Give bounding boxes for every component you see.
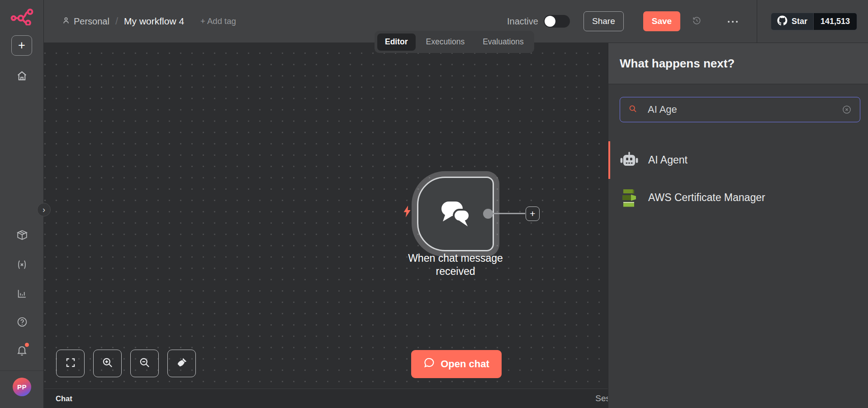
zoom-in-button[interactable]	[93, 350, 122, 377]
node-creator-panel: What happens next?	[608, 43, 868, 408]
plus-icon: +	[530, 208, 535, 219]
robot-icon	[619, 150, 639, 170]
logs-panel[interactable]: Chat Ses	[44, 389, 608, 408]
zoom-out-icon	[139, 357, 151, 370]
n8n-logo-icon[interactable]	[0, 8, 44, 25]
tab-evaluations[interactable]: Evaluations	[475, 34, 531, 51]
breadcrumb-separator: /	[115, 15, 118, 27]
github-icon	[777, 15, 787, 28]
sidebar-item-whats-new[interactable]	[0, 344, 44, 358]
package-icon	[16, 229, 28, 243]
plus-icon: +	[18, 38, 25, 53]
github-star-count[interactable]: 141,513	[813, 13, 857, 30]
search-results-list: AI Agent AWS Certificate Manager	[608, 141, 868, 216]
sidebar-item-help[interactable]	[0, 316, 44, 330]
activation-toggle[interactable]	[544, 15, 570, 28]
person-icon	[62, 16, 70, 27]
left-sidebar: +	[0, 0, 44, 408]
bar-chart-icon	[16, 288, 28, 301]
sidebar-item-templates[interactable]	[0, 229, 44, 243]
chat-bubble-outline-icon	[423, 357, 435, 371]
github-star-widget[interactable]: Star 141,513	[771, 13, 857, 30]
activation-status-label: Inactive	[507, 16, 538, 27]
search-icon	[628, 104, 637, 115]
node-search-box[interactable]	[620, 97, 860, 122]
node-creator-title: What happens next?	[620, 57, 735, 71]
chat-bubbles-icon	[439, 199, 472, 229]
add-tag-button[interactable]: + Add tag	[200, 16, 236, 26]
project-name: Personal	[74, 16, 109, 27]
fit-view-button[interactable]	[56, 350, 85, 377]
result-item-ai-agent[interactable]: AI Agent	[608, 141, 868, 179]
node-label[interactable]: When chat message received	[392, 252, 519, 278]
zoom-in-icon	[102, 357, 114, 370]
star-count-value: 141,513	[821, 17, 850, 26]
node-creator-header: What happens next?	[608, 43, 868, 84]
tab-executions[interactable]: Executions	[418, 34, 473, 51]
topbar-actions: Inactive Share Save	[507, 0, 868, 43]
home-icon	[16, 70, 28, 83]
more-options-button[interactable]	[727, 17, 739, 25]
n8n-workflow-editor: +	[0, 0, 868, 408]
node-chat-trigger[interactable]	[417, 177, 494, 251]
trigger-bolt-icon	[403, 205, 411, 220]
toggle-knob	[545, 16, 555, 27]
user-avatar[interactable]: PP	[13, 378, 31, 396]
zoom-out-button[interactable]	[130, 350, 159, 377]
history-clock-icon	[692, 15, 702, 27]
broom-icon	[176, 357, 188, 370]
variables-icon	[16, 259, 28, 272]
github-star-label: Star	[792, 17, 807, 26]
help-icon	[16, 316, 28, 330]
sidebar-item-home[interactable]	[0, 70, 44, 83]
share-button[interactable]: Share	[583, 11, 624, 31]
view-tabs: Editor Executions Evaluations	[375, 31, 534, 53]
sidebar-expand-button[interactable]: ›	[37, 203, 51, 216]
tab-editor[interactable]: Editor	[377, 34, 416, 51]
chat-panel-title: Chat	[56, 394, 72, 403]
workflow-name[interactable]: My workflow 4	[124, 16, 184, 27]
result-item-aws-certificate-manager[interactable]: AWS Certificate Manager	[608, 179, 868, 216]
canvas-controls	[56, 350, 196, 377]
open-chat-button[interactable]: Open chat	[411, 350, 502, 378]
fit-view-icon	[65, 357, 76, 370]
connection-line	[493, 213, 525, 214]
sidebar-divider	[0, 370, 43, 371]
breadcrumb-project[interactable]: Personal	[62, 16, 109, 27]
tidy-up-button[interactable]	[167, 350, 196, 377]
avatar-initials: PP	[17, 383, 27, 391]
ellipsis-icon	[727, 17, 739, 25]
topbar-divider	[757, 0, 757, 43]
session-label-truncated: Ses	[595, 394, 608, 403]
output-connector[interactable]	[483, 209, 493, 219]
chevron-right-icon: ›	[43, 205, 45, 215]
notification-dot	[25, 343, 29, 347]
workflow-canvas[interactable]: + When chat message received	[44, 43, 608, 389]
create-new-button[interactable]: +	[11, 35, 32, 56]
clear-search-button[interactable]	[842, 105, 852, 115]
save-button[interactable]: Save	[643, 11, 680, 31]
search-input[interactable]	[647, 103, 842, 116]
workflow-history-button[interactable]	[692, 15, 702, 27]
github-star-button[interactable]: Star	[771, 13, 813, 30]
sidebar-item-insights[interactable]	[0, 288, 44, 301]
result-label: AI Agent	[648, 154, 688, 166]
result-label: AWS Certificate Manager	[648, 192, 765, 204]
sidebar-item-variables[interactable]	[0, 259, 44, 272]
add-node-button[interactable]: +	[526, 206, 540, 221]
aws-certificate-manager-icon	[619, 188, 639, 208]
breadcrumb: Personal / My workflow 4 + Add tag	[62, 15, 236, 27]
open-chat-label: Open chat	[441, 358, 489, 370]
